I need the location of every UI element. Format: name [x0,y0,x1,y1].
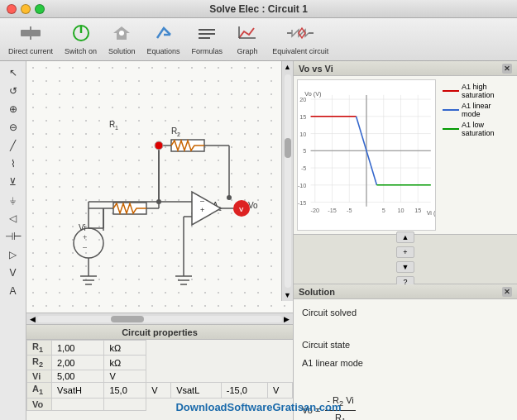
graph-svg: 20 15 10 5 -5 -10 -15 -20 -15 -5 5 10 15 [298,80,435,230]
scroll-up-arrow[interactable]: ▲ [282,61,293,73]
table-row: R1 1,00 kΩ [27,341,293,356]
svg-text:15: 15 [414,207,421,214]
zoom-in-tool[interactable]: ⊕ [2,101,24,117]
main-area: ↖ ↺ ⊕ ⊖ ╱ ⌇ ⊻ ⏚ ◁ ⊣⊢ ▷ V A R 1 R 2 A 1 [0,61,517,420]
circuit-canvas[interactable]: R 1 R 2 A 1 Vo Vi + – + – [26,61,293,313]
vi-label: Vi [27,370,52,383]
wire-tool[interactable]: ╱ [2,137,24,154]
diode-tool[interactable]: ◁ [2,210,24,227]
solution-title: Solution [299,287,335,297]
maximize-button[interactable] [35,4,45,14]
r1-unit: kΩ [104,341,146,356]
plus-button[interactable]: + [396,246,414,258]
switch-on-icon [69,23,93,45]
select-tool[interactable]: ↖ [2,64,24,81]
component-tool[interactable]: ⌇ [2,155,24,172]
r1-value: 1,00 [52,341,104,356]
direct-current-label: Direct current [8,47,53,55]
svg-text:-5: -5 [301,165,306,172]
a1-vsath-label: VsatH [52,383,104,398]
graph-label: Graph [237,47,258,55]
r1-label: R1 [27,341,52,356]
window-title: Solve Elec : Circuit 1 [209,3,308,15]
equations-icon [152,23,175,45]
toolbar-graph[interactable]: Graph [229,21,266,58]
scroll-right-arrow[interactable]: ▶ [282,315,291,323]
mid-controls-area: ▲ + ▼ ? [294,235,517,284]
svg-text:10: 10 [397,207,404,214]
properties-title: Circuit properties [26,325,293,340]
vo-label: Vo [27,398,52,410]
minimize-button[interactable] [21,4,31,14]
close-button[interactable] [7,4,17,14]
zoom-out-tool[interactable]: ⊖ [2,119,24,136]
scroll-thumb-v [285,138,291,158]
rotate-tool[interactable]: ↺ [2,83,24,99]
measure-a-tool[interactable]: A [2,283,24,299]
svg-text:-15: -15 [328,207,336,214]
a1-label: A1 [27,383,52,398]
vo-value [52,398,104,410]
toolbar-formulas[interactable]: Formulas [187,21,228,58]
expand-up-button[interactable]: ▲ [396,231,414,243]
legend-linear: A1 linear mode [443,102,510,118]
panel-controls: ▲ + ▼ ? [294,235,517,284]
vi-unit: V [104,370,146,383]
svg-text:-10: -10 [298,182,306,189]
formula-label: Vo = [302,403,320,418]
measure-v-tool[interactable]: V [2,265,24,281]
graph-close-button[interactable]: ✕ [502,64,512,74]
capacitor-tool[interactable]: ⊣⊢ [2,228,24,245]
ground-tool[interactable]: ⏚ [2,192,24,208]
svg-point-54 [155,141,163,150]
formula-fraction: - R2 Vi R1 [325,394,355,420]
svg-text:-20: -20 [311,207,319,214]
solution-close-button[interactable]: ✕ [502,287,512,297]
formula-denominator: R1 [333,411,347,420]
solution-panel: Solution ✕ Circuit solved Circuit state … [294,284,517,420]
table-row: R2 2,00 kΩ [27,356,293,370]
svg-text:–: – [83,243,87,251]
a1-vsatl-label: VsatL [171,383,222,398]
window-controls [7,4,45,14]
scroll-down-arrow[interactable]: ▼ [282,289,293,301]
opamp-tool[interactable]: ▷ [2,246,24,263]
svg-text:+: + [200,206,204,214]
direct-current-icon [19,23,42,45]
expand-down-button[interactable]: ▼ [396,261,414,273]
svg-point-18 [74,228,103,258]
toolbar-direct-current[interactable]: Direct current [3,21,58,58]
panel-resize-controls [290,162,293,165]
circuit-scrollbar-h[interactable]: ◀ ▶ [26,313,293,324]
node-tool[interactable]: ⊻ [2,174,24,190]
svg-text:5: 5 [303,147,306,155]
legend-high-sat: A1 high saturation [443,83,510,99]
h-scroll-track [37,316,282,322]
graph-panel: Vo vs Vi ✕ [294,61,517,235]
toolbar-switch-on[interactable]: Switch on [60,21,102,58]
graph-icon [236,23,259,45]
switch-on-label: Switch on [65,47,97,55]
graph-panel-header: Vo vs Vi ✕ [294,61,517,76]
scroll-left-arrow[interactable]: ◀ [28,315,37,323]
circuit-scrollbar-v[interactable]: ▲ ▼ [281,61,293,301]
legend-high-sat-color [443,90,459,92]
a1-vsath-unit: V [146,383,171,398]
svg-text:-15: -15 [298,199,306,207]
svg-text:+: + [83,233,87,241]
toolbar-solution[interactable]: Solution [103,21,141,58]
graph-legend: A1 high saturation A1 linear mode A1 low… [439,79,514,231]
equations-label: Equations [147,47,180,55]
legend-low-sat-color [443,128,459,130]
svg-point-53 [227,195,232,200]
toolbar-equivalent-circuit[interactable]: Equivalent circuit [267,21,333,58]
scroll-track-v [285,74,291,288]
legend-high-sat-label: A1 high saturation [462,83,510,99]
properties-table: R1 1,00 kΩ R2 2,00 kΩ Vi 5,00 V A1 VsatH [26,340,293,411]
vi-value: 5,00 [52,370,104,383]
svg-marker-21 [192,192,221,225]
svg-text:V: V [239,206,244,213]
toolbar-equations[interactable]: Equations [142,21,185,58]
svg-text:Vi (V): Vi (V) [427,209,435,217]
table-row: Vi 5,00 V [27,370,293,383]
